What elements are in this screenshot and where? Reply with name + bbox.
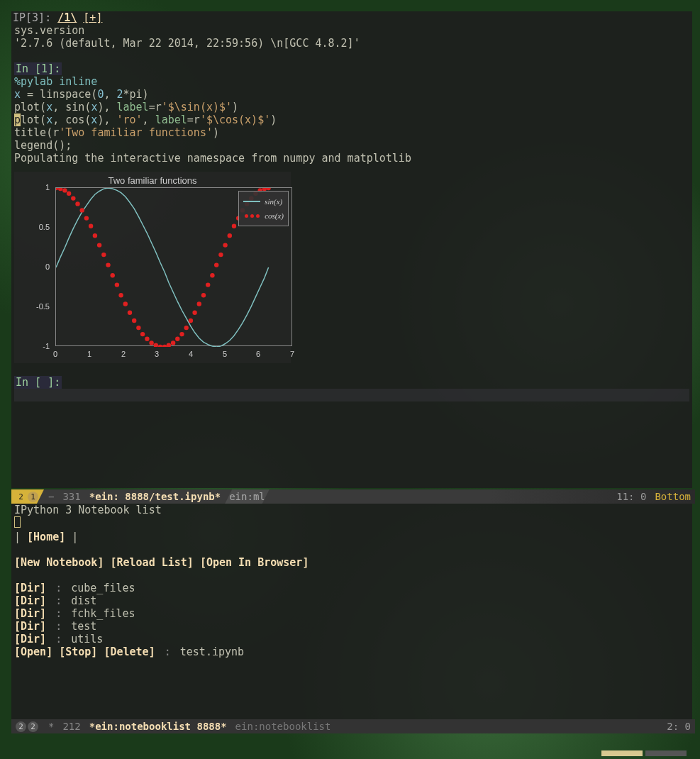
dir-name[interactable]: utils bbox=[71, 633, 103, 646]
output-line: sys.version bbox=[14, 24, 689, 37]
home-button[interactable]: [Home] bbox=[27, 531, 65, 543]
modeline-lineno: 331 bbox=[58, 489, 84, 504]
svg-point-18 bbox=[132, 318, 136, 323]
svg-point-26 bbox=[167, 343, 171, 347]
svg-point-34 bbox=[201, 293, 206, 297]
svg-point-17 bbox=[128, 311, 132, 315]
legend-dots-icon bbox=[243, 214, 260, 218]
notebooklist-nav: | [Home] | bbox=[14, 531, 689, 543]
svg-point-49 bbox=[266, 188, 270, 190]
chart-legend: sin(x) cos(x) bbox=[238, 191, 289, 226]
xtick: 2 bbox=[121, 348, 126, 360]
dir-row: [Dir] : utils bbox=[14, 633, 689, 646]
svg-point-7 bbox=[84, 216, 89, 220]
reload-list-button[interactable]: [Reload List] bbox=[110, 556, 193, 569]
svg-point-15 bbox=[118, 293, 123, 297]
svg-point-8 bbox=[89, 224, 93, 228]
svg-point-39 bbox=[223, 243, 227, 247]
open-in-browser-button[interactable]: [Open In Browser] bbox=[200, 556, 309, 569]
cell-output: Populating the interactive namespace fro… bbox=[14, 152, 689, 165]
modeline-buffer-name[interactable]: *ein: 8888/test.ipynb* bbox=[85, 489, 225, 504]
cell-empty[interactable]: In [ ]: bbox=[11, 376, 692, 401]
svg-point-40 bbox=[228, 233, 232, 238]
modeline-window-indicator: 2 2 bbox=[11, 719, 44, 733]
modeline-major-mode: ein:ml bbox=[225, 489, 270, 504]
svg-point-3 bbox=[67, 192, 71, 196]
ytick: -0.5 bbox=[36, 300, 50, 313]
svg-point-4 bbox=[71, 196, 75, 200]
stop-button[interactable]: [Stop] bbox=[59, 646, 97, 658]
dir-button[interactable]: [Dir] bbox=[14, 594, 46, 607]
svg-point-5 bbox=[75, 201, 79, 206]
xtick: 1 bbox=[87, 348, 91, 360]
svg-point-24 bbox=[158, 345, 162, 347]
svg-point-37 bbox=[214, 262, 218, 267]
tab-active[interactable]: /1\ bbox=[57, 11, 77, 24]
svg-point-13 bbox=[111, 273, 115, 277]
svg-point-31 bbox=[189, 318, 193, 323]
decorative-boxes bbox=[601, 750, 687, 756]
open-button[interactable]: [Open] bbox=[14, 646, 52, 658]
notebooklist-header: IPython 3 Notebook list bbox=[14, 504, 689, 516]
notebook-name[interactable]: test.ipynb bbox=[180, 646, 244, 658]
dir-button[interactable]: [Dir] bbox=[14, 582, 46, 594]
ytick: 0 bbox=[45, 260, 50, 273]
code-line: plot(x, sin(x), label=r'$\sin(x)$') bbox=[14, 101, 689, 113]
delete-button[interactable]: [Delete] bbox=[104, 646, 155, 658]
svg-point-19 bbox=[136, 326, 140, 330]
ytick: -1 bbox=[43, 340, 50, 353]
chart-output: Two familiar functions sin(x) cos(x) 1 0… bbox=[14, 172, 291, 363]
new-notebook-button[interactable]: [New Notebook] bbox=[14, 556, 104, 569]
svg-point-11 bbox=[101, 253, 106, 257]
modeline-top: 2 1 − 331 *ein: 8888/test.ipynb* ein:ml … bbox=[11, 489, 695, 504]
svg-point-12 bbox=[106, 262, 110, 267]
dir-button[interactable]: [Dir] bbox=[14, 633, 46, 646]
modeline-buffer-name[interactable]: *ein:notebooklist 8888* bbox=[85, 719, 231, 733]
dir-name[interactable]: test bbox=[71, 620, 96, 633]
code-line-cursor: plot(x, cos(x), 'ro', label=r'$\cos(x)$'… bbox=[14, 113, 689, 126]
svg-point-2 bbox=[62, 188, 67, 192]
legend-label: sin(x) bbox=[265, 195, 282, 208]
svg-point-22 bbox=[149, 340, 153, 345]
svg-point-36 bbox=[210, 273, 214, 277]
dir-row: [Dir] : fchk_files bbox=[14, 607, 689, 620]
chart-plot-area: sin(x) cos(x) bbox=[55, 187, 292, 346]
dir-row: [Dir] : dist bbox=[14, 594, 689, 607]
svg-point-20 bbox=[140, 332, 145, 336]
xtick: 3 bbox=[155, 348, 159, 360]
modeline-lineno: 212 bbox=[58, 719, 84, 733]
dir-name[interactable]: cube_files bbox=[71, 582, 135, 594]
legend-label: cos(x) bbox=[265, 209, 284, 222]
modeline-cursor-pos: 2: 0 bbox=[662, 719, 695, 733]
tabbar: IP[3]: /1\ [+] bbox=[11, 11, 692, 24]
cell-1[interactable]: In [1]: %pylab inline x = linspace(0, 2*… bbox=[11, 62, 692, 165]
svg-point-0 bbox=[56, 188, 58, 190]
svg-point-16 bbox=[123, 301, 128, 306]
modeline-modified: * bbox=[44, 719, 58, 733]
svg-point-38 bbox=[218, 253, 223, 257]
output-line: '2.7.6 (default, Mar 22 2014, 22:59:56) … bbox=[14, 37, 689, 50]
svg-point-35 bbox=[206, 282, 210, 287]
cursor bbox=[14, 516, 21, 528]
svg-point-25 bbox=[162, 345, 167, 347]
notebook-row: [Open] [Stop] [Delete] : test.ipynb bbox=[14, 646, 689, 658]
svg-point-6 bbox=[80, 208, 84, 212]
cell-prompt: In [ ]: bbox=[14, 376, 62, 389]
ytick: 1 bbox=[45, 181, 50, 194]
xtick: 0 bbox=[53, 348, 57, 360]
dir-button[interactable]: [Dir] bbox=[14, 620, 46, 633]
xtick: 6 bbox=[256, 348, 260, 360]
tab-add-button[interactable]: [+] bbox=[83, 11, 102, 24]
notebook-panel: IP[3]: /1\ [+] sys.version '2.7.6 (defau… bbox=[11, 11, 692, 488]
modeline-window-indicator: 2 1 bbox=[11, 489, 44, 504]
dir-button[interactable]: [Dir] bbox=[14, 607, 46, 620]
svg-point-14 bbox=[115, 282, 119, 287]
dir-name[interactable]: dist bbox=[71, 594, 96, 607]
notebooklist-actions: [New Notebook] [Reload List] [Open In Br… bbox=[14, 556, 689, 569]
dir-name[interactable]: fchk_files bbox=[71, 607, 135, 620]
chart-title: Two familiar functions bbox=[14, 172, 291, 187]
svg-point-10 bbox=[97, 243, 101, 247]
output-prev: sys.version '2.7.6 (default, Mar 22 2014… bbox=[11, 24, 692, 50]
legend-line-icon bbox=[243, 201, 260, 202]
svg-point-23 bbox=[154, 343, 158, 347]
